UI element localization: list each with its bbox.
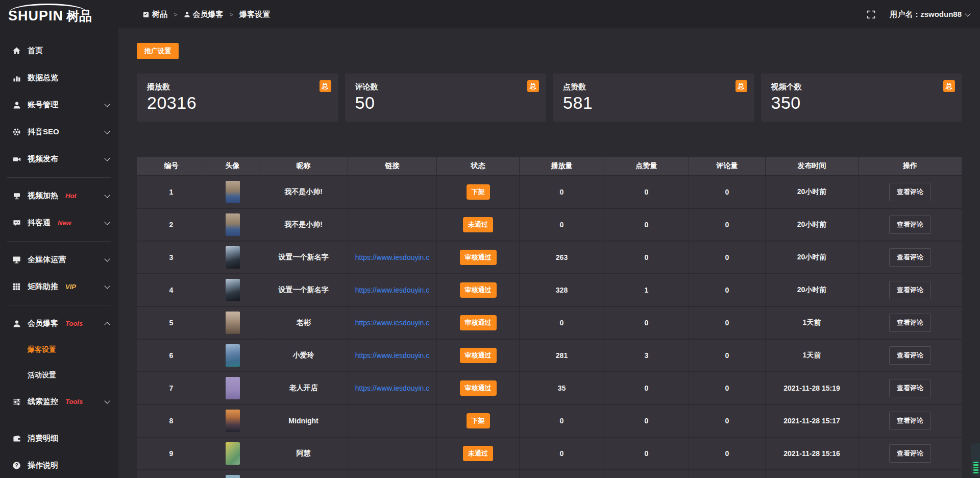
breadcrumb-label: 会员爆客 <box>193 10 224 19</box>
user-menu[interactable]: 用户名：zswodun88 <box>890 10 970 19</box>
actions-cell: 查看评论 <box>859 372 962 404</box>
table-row <box>137 470 962 478</box>
column-header-link: 链接 <box>348 157 437 175</box>
avatar <box>226 312 240 334</box>
breadcrumb-member-baoke[interactable]: 会员爆客 <box>184 10 224 19</box>
status-cell <box>437 470 520 478</box>
status-cell: 审核通过 <box>437 340 520 371</box>
avatar <box>226 213 240 236</box>
sidebar-item-label: 账号管理 <box>28 100 58 110</box>
publish-time: 20小时前 <box>766 209 859 241</box>
sidebar-item-label: 操作说明 <box>28 461 58 470</box>
stat-label: 播放数 <box>147 82 328 92</box>
sidebar-item-video-heating[interactable]: 视频加热 Hot <box>0 182 118 209</box>
nickname <box>259 470 348 478</box>
status-cell: 审核通过 <box>437 274 520 306</box>
plays-count: 263 <box>520 242 604 273</box>
total-badge: 总 <box>527 80 539 92</box>
sidebar-subitem-label: 爆客设置 <box>28 345 56 354</box>
sidebar-item-label: 视频加热 <box>28 191 58 201</box>
divider <box>7 177 111 178</box>
video-link[interactable]: https://www.iesdouyin.c <box>355 286 430 294</box>
plays-count: 328 <box>520 274 604 306</box>
nickname: 老彬 <box>259 307 348 339</box>
video-link[interactable]: https://www.iesdouyin.c <box>355 384 430 392</box>
divider <box>7 241 111 242</box>
nickname: 阿慧 <box>259 438 348 469</box>
column-header-avatar: 头像 <box>206 157 259 175</box>
nickname: 我不是小帅! <box>259 176 348 208</box>
sidebar-item-video-publish[interactable]: 视频发布 <box>0 146 118 173</box>
fullscreen-icon[interactable] <box>867 10 875 19</box>
plays-count: 0 <box>520 307 604 339</box>
plays-count: 0 <box>520 209 604 241</box>
view-comments-button[interactable]: 查看评论 <box>889 248 931 267</box>
status-cell: 下架 <box>437 176 520 208</box>
publish-time: 1天前 <box>766 340 859 371</box>
chat-icon <box>12 219 21 227</box>
publish-time: 20小时前 <box>766 176 859 208</box>
chevron-down-icon <box>104 155 110 161</box>
sidebar-item-account-management[interactable]: 账号管理 <box>0 91 118 118</box>
video-link[interactable]: https://www.iesdouyin.c <box>355 351 430 360</box>
avatar <box>226 377 240 399</box>
publish-time: 2021-11-28 15:19 <box>766 372 859 404</box>
link-cell: https://www.iesdouyin.c <box>348 307 437 339</box>
wallet-icon <box>12 434 21 443</box>
comments-count <box>689 470 766 478</box>
avatar <box>226 475 240 478</box>
sidebar-item-douketong[interactable]: 抖客通 New <box>0 209 118 236</box>
view-comments-button[interactable]: 查看评论 <box>889 281 931 299</box>
status-badge: 审核通过 <box>460 380 497 396</box>
table-header: 编号 头像 昵称 链接 状态 播放量 点赞量 评论量 发布时间 操作 <box>137 157 962 176</box>
table-row: 1 我不是小帅! 下架 0 0 0 20小时前 查看评论 <box>137 176 962 209</box>
sidebar-subitem-baoke-settings[interactable]: 爆客设置 <box>0 337 118 363</box>
sidebar-item-all-media-operation[interactable]: 全媒体运营 <box>0 246 118 273</box>
video-link[interactable]: https://www.iesdouyin.c <box>355 319 430 327</box>
status-badge: 未通过 <box>463 217 493 232</box>
status-badge: 未通过 <box>463 446 493 461</box>
actions-cell <box>859 470 962 478</box>
view-comments-button[interactable]: 查看评论 <box>889 444 931 463</box>
page-title: 爆客设置 <box>239 10 270 19</box>
sidebar-item-clue-monitor[interactable]: 线索监控 Tools <box>0 388 118 415</box>
plays-count: 0 <box>520 176 604 208</box>
link-cell <box>348 470 437 478</box>
sidebar-item-label: 抖客通 <box>28 218 51 228</box>
breadcrumb-home[interactable]: 树品 <box>143 10 167 19</box>
sidebar-item-douyin-seo[interactable]: 抖音SEO <box>0 118 118 146</box>
view-comments-button[interactable]: 查看评论 <box>889 379 931 397</box>
promotion-settings-button[interactable]: 推广设置 <box>137 43 179 59</box>
chevron-down-icon <box>965 11 970 16</box>
row-id <box>137 470 206 478</box>
table-row: 7 老人开店 https://www.iesdouyin.c 审核通过 35 0… <box>137 372 962 405</box>
comments-count: 0 <box>689 176 766 208</box>
view-comments-button[interactable]: 查看评论 <box>889 183 931 201</box>
avatar-cell <box>206 307 259 339</box>
sidebar-item-matrix-boost[interactable]: 矩阵助推 VIP <box>0 273 118 300</box>
status-badge: 下架 <box>467 184 490 200</box>
sidebar-item-label: 首页 <box>28 46 43 56</box>
view-comments-button[interactable]: 查看评论 <box>889 314 931 332</box>
view-comments-button[interactable]: 查看评论 <box>889 412 931 430</box>
link-cell <box>348 438 437 469</box>
sidebar-item-data-overview[interactable]: 数据总览 <box>0 64 118 91</box>
sidebar-item-member-baoke[interactable]: 会员爆客 Tools <box>0 310 118 337</box>
view-comments-button[interactable]: 查看评论 <box>889 346 931 365</box>
likes-count: 0 <box>604 209 689 241</box>
view-comments-button[interactable]: 查看评论 <box>889 216 931 234</box>
status-cell: 未通过 <box>437 209 520 241</box>
row-id: 9 <box>137 438 206 469</box>
sidebar-item-operation-guide[interactable]: ? 操作说明 <box>0 452 118 478</box>
plays-count: 0 <box>520 438 604 469</box>
likes-count: 0 <box>604 176 689 208</box>
sidebar-subitem-activity-settings[interactable]: 活动设置 <box>0 363 118 388</box>
likes-count: 0 <box>604 242 689 273</box>
service-widget[interactable] <box>971 443 980 476</box>
sidebar-item-label: 消费明细 <box>28 434 58 443</box>
avatar-cell <box>206 438 259 469</box>
video-link[interactable]: https://www.iesdouyin.c <box>355 253 430 261</box>
sidebar-item-consumption-details[interactable]: 消费明细 <box>0 425 118 452</box>
link-cell: https://www.iesdouyin.c <box>348 242 437 273</box>
sidebar-item-home[interactable]: 首页 <box>0 37 118 64</box>
